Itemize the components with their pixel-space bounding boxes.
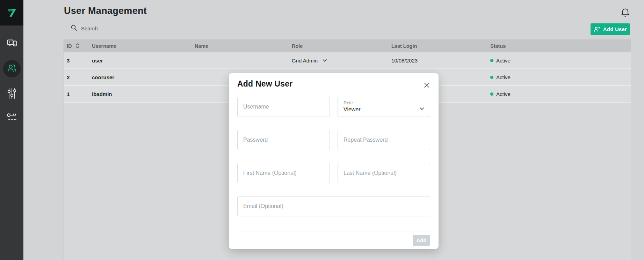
close-icon[interactable] <box>422 81 431 89</box>
active-indicator <box>3 60 21 77</box>
role-value: Grid Admin <box>292 58 318 64</box>
notification-bell-icon[interactable] <box>619 6 631 19</box>
password-field[interactable] <box>237 130 330 150</box>
key-icon <box>6 112 18 124</box>
brand-logo[interactable] <box>0 0 23 25</box>
email-field[interactable] <box>237 196 430 216</box>
username: ibadmin <box>92 91 112 97</box>
sidebar-item-settings[interactable] <box>0 87 23 102</box>
add-new-user-modal: Add New User Role Viewer Add <box>229 73 439 249</box>
person-plus-icon <box>594 26 600 32</box>
username: user <box>92 58 103 64</box>
add-user-button[interactable]: Add User <box>591 23 630 35</box>
add-user-label: Add User <box>603 26 627 32</box>
column-header-id[interactable]: ID <box>64 43 87 49</box>
brand-logo-icon <box>6 6 18 20</box>
last-name-field[interactable] <box>338 163 430 183</box>
role-select[interactable]: Grid Admin <box>292 58 327 64</box>
modal-title: Add New User <box>237 79 430 89</box>
username: cooruser <box>92 74 114 80</box>
users-icon <box>7 63 17 74</box>
search-input[interactable] <box>80 25 157 32</box>
column-header-name: Name <box>190 43 287 49</box>
table-row: 3 user Grid Admin 10/08/2023 Active <box>64 52 631 69</box>
first-name-field[interactable] <box>237 163 330 183</box>
role-dropdown-label: Role <box>343 100 424 105</box>
devices-icon <box>6 37 18 51</box>
status-dot-icon <box>490 76 493 79</box>
status-badge: Active <box>496 91 511 97</box>
column-header-username: Username <box>87 43 190 49</box>
modal-divider <box>237 231 430 231</box>
chevron-down-icon <box>323 59 327 62</box>
column-header-role: Role <box>287 43 387 49</box>
status-badge: Active <box>496 74 511 80</box>
table-header-row: ID Username Name Role Last Login Status <box>64 39 631 52</box>
add-button[interactable]: Add <box>413 235 430 246</box>
sidebar <box>0 0 23 260</box>
sidebar-item-users[interactable] <box>0 60 23 78</box>
page-title: User Management <box>64 6 147 16</box>
last-login: 10/08/2023 <box>387 58 486 64</box>
sort-arrows-icon[interactable] <box>75 43 80 49</box>
user-id: 2 <box>67 74 70 80</box>
user-id: 1 <box>67 91 70 97</box>
user-id: 3 <box>67 58 70 64</box>
column-header-last-login: Last Login <box>387 43 486 49</box>
sidebar-item-access-key[interactable] <box>0 111 23 125</box>
status-badge: Active <box>496 58 511 64</box>
role-dropdown[interactable]: Role Viewer <box>338 97 430 117</box>
repeat-password-field[interactable] <box>338 130 430 150</box>
modal-form: Role Viewer <box>237 97 430 216</box>
column-header-status: Status <box>486 43 631 49</box>
username-field[interactable] <box>237 97 330 117</box>
search-box <box>71 23 157 34</box>
sliders-icon <box>6 87 17 101</box>
role-dropdown-value: Viewer <box>343 106 424 113</box>
sidebar-item-devices[interactable] <box>0 36 23 52</box>
modal-footer: Add <box>237 235 430 246</box>
chevron-down-icon <box>420 105 424 112</box>
status-dot-icon <box>490 92 493 96</box>
status-dot-icon <box>490 59 493 62</box>
search-icon <box>71 24 77 32</box>
